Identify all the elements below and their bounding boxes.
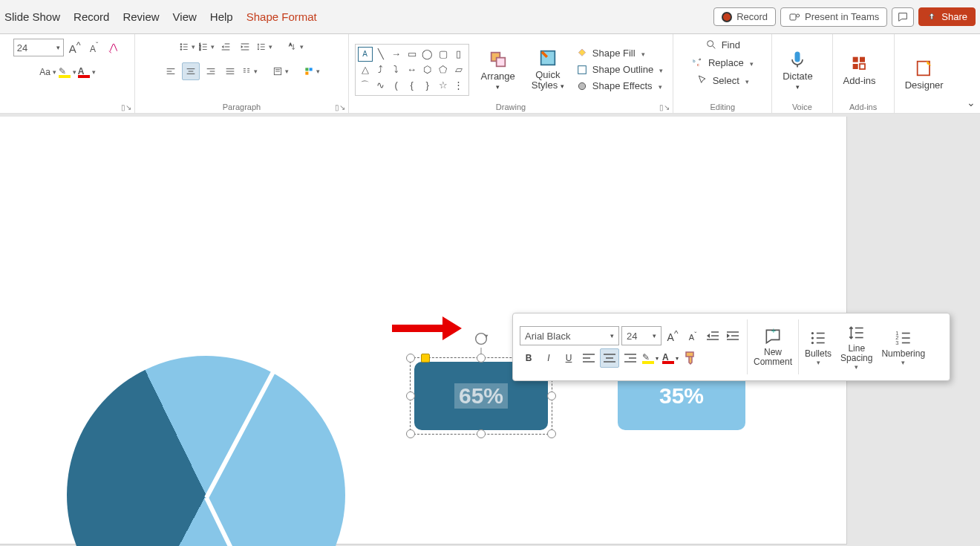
svg-point-6 <box>181 49 183 51</box>
mini-new-comment-button[interactable]: + New Comment <box>749 316 797 377</box>
rotation-handle[interactable] <box>472 330 490 348</box>
decrease-indent-button[interactable] <box>218 39 234 55</box>
mini-line-spacing-button[interactable]: Line Spacing ▾ <box>836 316 877 377</box>
mini-align-right-button[interactable] <box>621 349 639 367</box>
resize-handle[interactable] <box>406 429 415 438</box>
align-right-button[interactable] <box>203 63 219 79</box>
tab-help[interactable]: Help <box>210 10 233 23</box>
annotation-arrow <box>392 325 444 332</box>
shape-fill-button[interactable]: Shape Fill <box>576 48 663 59</box>
slide[interactable]: 35% 65% <box>0 117 847 545</box>
decrease-font-size-button[interactable]: Aˇ <box>86 39 102 56</box>
mini-underline-button[interactable]: U <box>560 349 578 367</box>
quick-label: Quick <box>535 69 560 80</box>
bullets-button[interactable] <box>179 39 195 55</box>
mini-font-size-combo[interactable]: 24▾ <box>621 326 662 345</box>
addins-button[interactable]: Add-ins <box>839 53 881 86</box>
dictate-label: Dictate <box>783 71 812 82</box>
new-comment-icon: + <box>763 327 783 346</box>
highlight-color-button[interactable]: ✎ <box>59 64 76 80</box>
mini-bold-button[interactable]: B <box>520 349 538 367</box>
replace-button[interactable]: bc Replace <box>692 56 754 68</box>
mini-align-center-button[interactable] <box>600 348 619 368</box>
find-button[interactable]: Find <box>705 39 740 51</box>
font-dialog-launcher[interactable]: ▯↘ <box>121 103 131 111</box>
present-label: Present in Teams <box>805 11 879 22</box>
resize-handle[interactable] <box>547 429 556 438</box>
font-color-icon: A <box>662 352 674 364</box>
highlight-icon: ✎ <box>642 352 654 364</box>
tab-shape-format[interactable]: Shape Format <box>246 10 317 23</box>
svg-text:+: + <box>771 327 776 335</box>
resize-handle[interactable] <box>477 429 486 438</box>
resize-handle[interactable] <box>547 391 556 400</box>
select-icon <box>696 74 708 86</box>
paragraph-dialog-launcher[interactable]: ▯↘ <box>335 103 345 111</box>
tab-slide-show[interactable]: Slide Show <box>4 10 60 23</box>
change-case-button[interactable]: Aa <box>40 64 56 80</box>
mini-decrease-font-button[interactable]: Aˇ <box>684 327 702 345</box>
mini-increase-font-button[interactable]: A^ <box>664 327 682 345</box>
text-direction-button[interactable]: A <box>287 39 304 55</box>
quick-styles-button[interactable]: QuickStyles ▾ <box>527 48 569 91</box>
svg-text:c: c <box>697 62 699 67</box>
mini-bullets-button[interactable]: Bullets ▾ <box>800 316 836 377</box>
drawing-dialog-launcher[interactable]: ▯↘ <box>659 103 670 111</box>
columns-button[interactable] <box>241 63 258 79</box>
clear-formatting-button[interactable] <box>105 39 122 56</box>
mini-highlight-button[interactable]: ✎▾ <box>641 349 659 367</box>
svg-rect-0 <box>790 14 796 20</box>
line-spacing-button[interactable] <box>256 39 272 55</box>
designer-icon <box>914 58 935 79</box>
svg-rect-47 <box>306 72 309 75</box>
drawing-group-label: Drawing <box>355 100 667 111</box>
mini-increase-indent-button[interactable] <box>724 327 742 345</box>
svg-rect-58 <box>852 56 858 62</box>
share-icon <box>927 12 937 22</box>
teams-icon <box>788 11 800 23</box>
shape-effects-button[interactable]: Shape Effects <box>576 80 663 92</box>
shapes-gallery[interactable]: A╲→▭◯▢▯ △⤴⤵↔⬡⬠▱ ⌒∿({}☆⋮ <box>355 44 469 96</box>
tab-view[interactable]: View <box>173 10 197 23</box>
justify-button[interactable] <box>222 63 238 79</box>
increase-indent-button[interactable] <box>237 39 253 55</box>
font-color-button[interactable]: A <box>79 64 95 80</box>
convert-smartart-button[interactable] <box>304 63 320 79</box>
mini-align-left-button[interactable] <box>580 349 598 367</box>
ribbon-collapse-button[interactable]: ⌄ <box>967 97 976 108</box>
bullets-icon <box>808 328 828 348</box>
shape-fill-icon <box>576 48 588 59</box>
tab-review[interactable]: Review <box>122 10 159 23</box>
numbering-button[interactable]: 123 <box>198 39 215 55</box>
mini-italic-button[interactable]: I <box>540 349 558 367</box>
record-button[interactable]: Record <box>713 7 776 26</box>
align-text-button[interactable] <box>272 63 289 79</box>
comments-toggle-button[interactable] <box>892 7 914 27</box>
shape-outline-button[interactable]: Shape Outline <box>576 64 663 76</box>
present-in-teams-button[interactable]: Present in Teams <box>780 7 887 27</box>
mini-format-painter-button[interactable] <box>682 349 699 367</box>
comment-icon <box>897 11 909 23</box>
align-center-button[interactable] <box>182 62 200 80</box>
select-button[interactable]: Select <box>696 74 749 86</box>
pie-chart[interactable] <box>67 356 345 546</box>
dictate-button[interactable]: Dictate ▾ <box>778 49 817 91</box>
align-left-button[interactable] <box>163 63 179 79</box>
mini-decrease-indent-button[interactable] <box>704 327 722 345</box>
arrange-button[interactable]: Arrange ▾ <box>477 49 520 91</box>
mini-font-color-button[interactable]: A▾ <box>662 349 679 367</box>
share-button[interactable]: Share <box>918 7 976 26</box>
mini-font-combo[interactable]: Arial Black▾ <box>520 326 619 345</box>
tab-record[interactable]: Record <box>74 10 109 23</box>
line-spacing-icon <box>847 323 866 342</box>
resize-handle[interactable] <box>406 354 415 363</box>
increase-font-size-button[interactable]: A^ <box>67 39 83 56</box>
svg-text:A: A <box>290 42 293 47</box>
mini-numbering-button[interactable]: 123 Numbering ▾ <box>877 316 930 377</box>
font-size-combo[interactable]: 24▾ <box>13 39 64 56</box>
replace-icon: bc <box>692 56 704 68</box>
ribbon-tabs-bar: Slide Show Record Review View Help Shape… <box>0 0 980 34</box>
select-label: Select <box>713 75 739 86</box>
quick-styles-icon <box>538 48 558 68</box>
designer-button[interactable]: Designer <box>901 58 948 91</box>
